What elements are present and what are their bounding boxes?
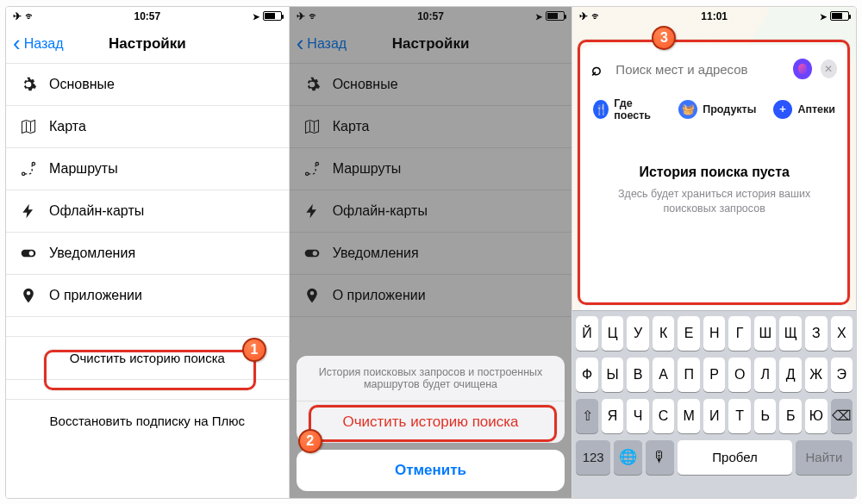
navbar: Назад Настройки xyxy=(290,26,572,64)
search-input[interactable] xyxy=(610,55,784,84)
settings-item-about[interactable]: О приложении xyxy=(290,275,572,317)
settings-item-map[interactable]: Карта xyxy=(290,106,572,148)
letter-key[interactable]: Я xyxy=(602,399,624,433)
letter-key[interactable]: Ф xyxy=(576,358,598,392)
action-block-2: Восстановить подписку на Плюс xyxy=(6,399,289,442)
settings-item-label: Основные xyxy=(49,77,115,92)
numbers-key[interactable]: 123 xyxy=(576,440,610,475)
back-button[interactable]: Назад xyxy=(297,36,347,52)
chip-pharmacy[interactable]: ＋Аптеки xyxy=(773,97,835,121)
letter-key[interactable]: Ы xyxy=(602,358,624,392)
route-icon xyxy=(303,160,321,177)
letter-key[interactable]: Й xyxy=(576,316,598,351)
letter-key[interactable]: М xyxy=(678,399,700,433)
svg-point-0 xyxy=(22,172,25,175)
letter-key[interactable]: Х xyxy=(831,316,853,351)
sheet-confirm-button[interactable]: Очистить историю поиска xyxy=(297,401,565,443)
action-sheet: История поисковых запросов и построенных… xyxy=(297,356,565,491)
space-key[interactable]: Пробел xyxy=(678,440,791,475)
globe-key[interactable]: 🌐 xyxy=(614,440,642,475)
letter-key[interactable]: В xyxy=(627,358,649,392)
status-time: 11:01 xyxy=(572,10,856,22)
category-chips: 🍴Где поесть 🧺Продукты ＋Аптеки xyxy=(593,97,835,121)
empty-state: История поиска пуста Здесь будет хранить… xyxy=(591,165,837,217)
svg-rect-6 xyxy=(304,249,319,256)
settings-item-offline[interactable]: Офлайн-карты xyxy=(290,190,572,233)
page-title: Настройки xyxy=(392,35,470,53)
keyboard-row: ⇧ ЯЧСМИТЬБЮ ⌫ xyxy=(576,399,853,433)
step-badge-2: 2 xyxy=(298,429,322,453)
settings-item-notifications[interactable]: Уведомления xyxy=(6,233,289,275)
sheet-cancel-button[interactable]: Отменить xyxy=(297,450,565,491)
bolt-icon xyxy=(20,202,37,220)
letter-key[interactable]: Ч xyxy=(627,399,649,433)
settings-list: Основные Карта Маршруты Офлайн-карты Уве… xyxy=(290,64,572,317)
settings-item-about[interactable]: О приложении xyxy=(6,275,289,317)
restore-plus-button[interactable]: Восстановить подписку на Плюс xyxy=(6,400,289,442)
chip-food[interactable]: 🍴Где поесть xyxy=(593,97,661,121)
find-key[interactable]: Найти xyxy=(796,440,853,475)
settings-item-general[interactable]: Основные xyxy=(290,64,572,106)
settings-item-notifications[interactable]: Уведомления xyxy=(290,233,572,275)
letter-key[interactable]: Ю xyxy=(805,399,828,433)
settings-item-routes[interactable]: Маршруты xyxy=(290,148,572,190)
settings-item-offline[interactable]: Офлайн-карты xyxy=(6,190,289,233)
search-bar: ✕ xyxy=(591,55,837,84)
pin-icon xyxy=(303,287,321,304)
status-time: 10:57 xyxy=(290,10,572,22)
screen-actionsheet: 10:57 Назад Настройки Основные Карта Мар… xyxy=(290,7,573,498)
battery-icon xyxy=(830,11,849,21)
keyboard: ЙЦУКЕНГШЩЗХ ФЫВАПРОЛДЖЭ ⇧ ЯЧСМИТЬБЮ ⌫ 12… xyxy=(572,310,856,498)
svg-point-3 xyxy=(29,251,34,255)
letter-key[interactable]: Г xyxy=(728,316,751,351)
settings-list: Основные Карта Маршруты Офлайн-карты Уве… xyxy=(6,64,289,317)
shift-key[interactable]: ⇧ xyxy=(576,399,598,433)
keyboard-row: ЙЦУКЕНГШЩЗХ xyxy=(576,316,853,351)
letter-key[interactable]: Ц xyxy=(602,316,624,351)
settings-item-map[interactable]: Карта xyxy=(6,106,289,148)
status-time: 10:57 xyxy=(6,10,289,22)
letter-key[interactable]: Ш xyxy=(754,316,777,351)
screen-settings: 10:57 Назад Настройки Основные Карта Мар… xyxy=(6,7,290,498)
back-button[interactable]: Назад xyxy=(13,36,64,52)
letter-key[interactable]: З xyxy=(805,316,828,351)
mic-key[interactable]: 🎙 xyxy=(646,440,674,475)
alice-icon[interactable] xyxy=(793,59,811,79)
keyboard-row: ФЫВАПРОЛДЖЭ xyxy=(576,358,853,392)
close-icon[interactable]: ✕ xyxy=(821,59,837,78)
settings-item-general[interactable]: Основные xyxy=(6,64,289,106)
letter-key[interactable]: Э xyxy=(831,358,853,392)
toggle-icon xyxy=(303,245,321,262)
letter-key[interactable]: Д xyxy=(779,358,802,392)
route-icon xyxy=(20,160,37,177)
keyboard-row: 123 🌐 🎙 Пробел Найти xyxy=(576,440,853,475)
map-icon xyxy=(20,118,37,135)
food-icon: 🍴 xyxy=(593,100,609,119)
settings-item-routes[interactable]: Маршруты xyxy=(6,148,289,190)
letter-key[interactable]: Н xyxy=(703,316,726,351)
letter-key[interactable]: А xyxy=(653,358,675,392)
plus-icon: ＋ xyxy=(773,100,792,119)
letter-key[interactable]: О xyxy=(728,358,751,392)
letter-key[interactable]: Т xyxy=(728,399,751,433)
letter-key[interactable]: У xyxy=(627,316,649,351)
letter-key[interactable]: С xyxy=(653,399,675,433)
letter-key[interactable]: К xyxy=(653,316,675,351)
chip-grocery[interactable]: 🧺Продукты xyxy=(678,97,756,121)
letter-key[interactable]: Р xyxy=(703,358,726,392)
battery-icon xyxy=(546,11,565,21)
status-bar: 11:01 xyxy=(572,7,856,26)
letter-key[interactable]: П xyxy=(678,358,700,392)
letter-key[interactable]: И xyxy=(703,399,726,433)
empty-subtitle: Здесь будет храниться история ваших поис… xyxy=(607,187,821,217)
svg-point-5 xyxy=(315,162,318,165)
gear-icon xyxy=(303,76,321,93)
letter-key[interactable]: Б xyxy=(779,399,802,433)
letter-key[interactable]: Щ xyxy=(779,316,802,351)
backspace-key[interactable]: ⌫ xyxy=(831,399,853,433)
settings-item-label: Карта xyxy=(49,119,86,134)
letter-key[interactable]: Ь xyxy=(754,399,777,433)
letter-key[interactable]: Л xyxy=(754,358,777,392)
letter-key[interactable]: Ж xyxy=(805,358,828,392)
letter-key[interactable]: Е xyxy=(678,316,700,351)
